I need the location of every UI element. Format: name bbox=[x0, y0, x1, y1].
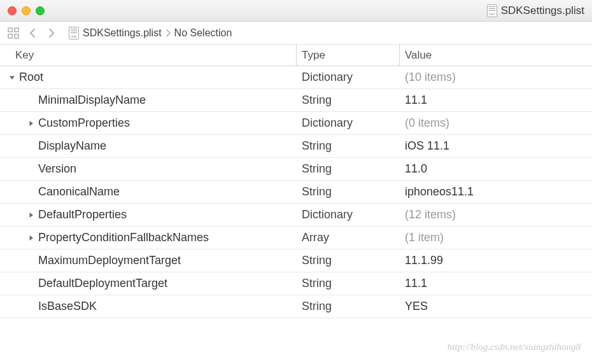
cell-key[interactable]: MaximumDeploymentTarget bbox=[0, 249, 297, 272]
plist-file-icon bbox=[69, 27, 79, 39]
cell-key[interactable]: MinimalDisplayName bbox=[0, 89, 297, 111]
table-row[interactable]: PropertyConditionFallbackNamesArray(1 it… bbox=[0, 227, 592, 249]
table-body: RootDictionary(10 items)MinimalDisplayNa… bbox=[0, 66, 592, 318]
key-label: DefaultDeploymentTarget bbox=[38, 277, 167, 290]
plist-file-icon bbox=[487, 4, 497, 17]
key-label: IsBaseSDK bbox=[38, 300, 97, 313]
cell-key[interactable]: DefaultDeploymentTarget bbox=[0, 272, 297, 295]
cell-type[interactable]: String bbox=[297, 162, 400, 176]
cell-value[interactable]: YES bbox=[400, 300, 592, 313]
key-label: CustomProperties bbox=[38, 116, 130, 130]
breadcrumb-file[interactable]: SDKSettings.plist bbox=[69, 27, 162, 39]
key-label: MaximumDeploymentTarget bbox=[38, 254, 181, 267]
window-title: SDKSettings.plist bbox=[487, 4, 584, 17]
svg-rect-2 bbox=[8, 34, 12, 38]
cell-value[interactable]: (12 items) bbox=[400, 208, 592, 221]
cell-key[interactable]: IsBaseSDK bbox=[0, 295, 297, 318]
cell-type[interactable]: String bbox=[297, 277, 400, 290]
key-label: CanonicalName bbox=[38, 185, 120, 199]
disclosure-triangle-open-icon[interactable] bbox=[8, 74, 17, 81]
svg-rect-0 bbox=[8, 28, 12, 32]
cell-type[interactable]: String bbox=[297, 185, 400, 199]
back-button[interactable] bbox=[25, 26, 39, 40]
table-row[interactable]: MinimalDisplayNameString11.1 bbox=[0, 89, 592, 112]
chevron-right-icon bbox=[166, 29, 171, 37]
minimize-window-button[interactable] bbox=[22, 6, 31, 15]
cell-type[interactable]: String bbox=[297, 139, 400, 153]
forward-button[interactable] bbox=[45, 26, 59, 40]
table-row[interactable]: MaximumDeploymentTargetString11.1.99 bbox=[0, 249, 592, 272]
traffic-lights bbox=[8, 6, 45, 15]
column-header-type[interactable]: Type bbox=[297, 45, 400, 66]
maximize-window-button[interactable] bbox=[36, 6, 45, 15]
navigation-toolbar: SDKSettings.plist No Selection bbox=[0, 22, 592, 45]
cell-value[interactable]: iOS 11.1 bbox=[400, 139, 592, 153]
cell-key[interactable]: CustomProperties bbox=[0, 112, 297, 134]
cell-type[interactable]: Dictionary bbox=[297, 71, 400, 84]
cell-value[interactable]: (0 items) bbox=[400, 116, 592, 130]
cell-key[interactable]: Version bbox=[0, 158, 297, 180]
cell-value[interactable]: 11.1 bbox=[400, 94, 592, 107]
cell-value[interactable]: (10 items) bbox=[400, 71, 592, 84]
table-row[interactable]: DefaultDeploymentTargetString11.1 bbox=[0, 272, 592, 295]
key-label: Version bbox=[38, 162, 76, 176]
watermark-text: http://blog.csdn.net/xiangzhihong8 bbox=[448, 342, 581, 353]
cell-type[interactable]: String bbox=[297, 254, 400, 267]
column-header-value[interactable]: Value bbox=[400, 45, 592, 66]
cell-type[interactable]: Dictionary bbox=[297, 116, 400, 130]
table-row[interactable]: CustomPropertiesDictionary(0 items) bbox=[0, 112, 592, 135]
key-label: DisplayName bbox=[38, 139, 106, 153]
cell-key[interactable]: PropertyConditionFallbackNames bbox=[0, 227, 297, 249]
key-label: DefaultProperties bbox=[38, 208, 127, 221]
table-row[interactable]: IsBaseSDKStringYES bbox=[0, 295, 592, 318]
table-row[interactable]: DefaultPropertiesDictionary(12 items) bbox=[0, 204, 592, 227]
table-row[interactable]: VersionString11.0 bbox=[0, 158, 592, 181]
table-header: Key Type Value bbox=[0, 45, 592, 66]
cell-value[interactable]: 11.1 bbox=[400, 277, 592, 290]
window-title-text: SDKSettings.plist bbox=[501, 4, 584, 17]
cell-type[interactable]: String bbox=[297, 94, 400, 107]
key-label: PropertyConditionFallbackNames bbox=[38, 231, 209, 244]
disclosure-triangle-closed-icon[interactable] bbox=[27, 120, 36, 127]
cell-type[interactable]: Array bbox=[297, 231, 400, 244]
close-window-button[interactable] bbox=[8, 6, 17, 15]
key-label: MinimalDisplayName bbox=[38, 94, 146, 107]
cell-key[interactable]: CanonicalName bbox=[0, 181, 297, 203]
related-items-button[interactable] bbox=[6, 26, 20, 40]
breadcrumb: SDKSettings.plist No Selection bbox=[69, 27, 232, 39]
title-bar: SDKSettings.plist bbox=[0, 0, 592, 22]
cell-value[interactable]: iphoneos11.1 bbox=[400, 185, 592, 199]
cell-value[interactable]: 11.1.99 bbox=[400, 254, 592, 267]
cell-type[interactable]: String bbox=[297, 300, 400, 313]
table-row[interactable]: CanonicalNameStringiphoneos11.1 bbox=[0, 181, 592, 204]
table-row[interactable]: DisplayNameStringiOS 11.1 bbox=[0, 135, 592, 158]
svg-rect-3 bbox=[15, 34, 18, 38]
breadcrumb-selection-label: No Selection bbox=[174, 27, 232, 39]
cell-type[interactable]: Dictionary bbox=[297, 208, 400, 221]
svg-rect-1 bbox=[15, 28, 18, 32]
cell-key[interactable]: DisplayName bbox=[0, 135, 297, 157]
column-header-key[interactable]: Key bbox=[0, 45, 297, 66]
breadcrumb-file-label: SDKSettings.plist bbox=[83, 27, 162, 39]
table-row[interactable]: RootDictionary(10 items) bbox=[0, 66, 592, 89]
disclosure-triangle-closed-icon[interactable] bbox=[27, 235, 36, 241]
cell-key[interactable]: Root bbox=[0, 66, 297, 88]
disclosure-triangle-closed-icon[interactable] bbox=[27, 212, 36, 218]
key-label: Root bbox=[19, 71, 43, 84]
cell-value[interactable]: 11.0 bbox=[400, 162, 592, 176]
breadcrumb-selection[interactable]: No Selection bbox=[174, 27, 232, 39]
cell-value[interactable]: (1 item) bbox=[400, 231, 592, 244]
cell-key[interactable]: DefaultProperties bbox=[0, 204, 297, 226]
